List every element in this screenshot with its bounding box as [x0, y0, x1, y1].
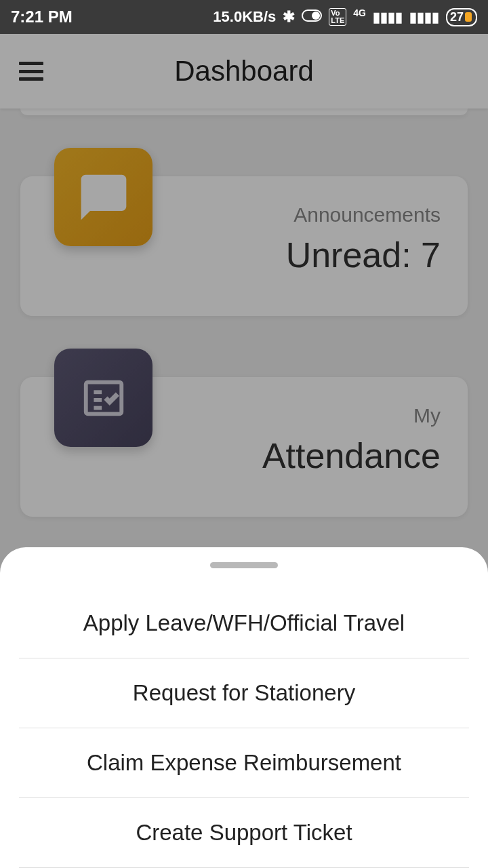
sheet-item-stationery[interactable]: Request for Stationery	[19, 658, 469, 728]
status-right: 15.0KB/s ✱ VoLTE 4G ▮▮▮▮ ▮▮▮▮ 27	[213, 8, 477, 26]
battery-indicator: 27	[446, 8, 477, 26]
bluetooth-icon: ✱	[283, 8, 295, 26]
network-type: 4G	[353, 7, 366, 18]
svg-point-1	[312, 12, 320, 20]
signal-icon-1: ▮▮▮▮	[373, 9, 403, 25]
toggle-icon	[302, 8, 322, 26]
status-bar: 7:21 PM 15.0KB/s ✱ VoLTE 4G ▮▮▮▮ ▮▮▮▮ 27	[0, 0, 488, 34]
status-time: 7:21 PM	[11, 7, 73, 26]
bottom-sheet: Apply Leave/WFH/Official Travel Request …	[0, 547, 488, 868]
volte-icon: VoLTE	[329, 8, 346, 26]
network-speed: 15.0KB/s	[213, 8, 276, 26]
signal-icon-2: ▮▮▮▮	[409, 9, 439, 25]
sheet-item-apply-leave[interactable]: Apply Leave/WFH/Official Travel	[19, 589, 469, 658]
sheet-drag-handle[interactable]	[210, 562, 278, 568]
sheet-item-support-ticket[interactable]: Create Support Ticket	[19, 798, 469, 868]
sheet-item-expense[interactable]: Claim Expense Reimbursement	[19, 728, 469, 798]
